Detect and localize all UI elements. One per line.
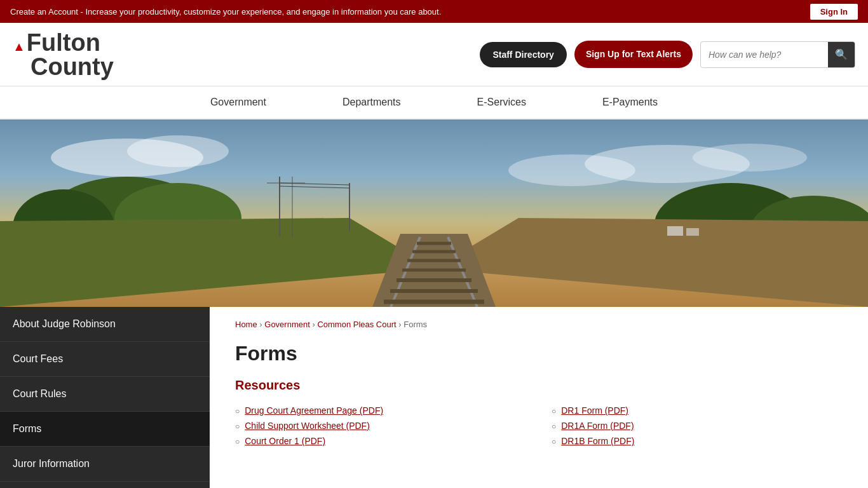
banner-text: Create an Account - Increase your produc… xyxy=(10,7,810,17)
sidebar-item-about-judge[interactable]: About Judge Robinson xyxy=(0,307,210,342)
sidebar-item-court-fees[interactable]: Court Fees xyxy=(0,342,210,377)
link-dr1b[interactable]: DR1B Form (PDF) xyxy=(561,436,634,446)
logo-icon: ▲ xyxy=(13,40,25,53)
logo-county: County xyxy=(31,55,114,79)
link-dr1a[interactable]: DR1A Form (PDF) xyxy=(561,421,634,431)
sidebar-item-court-rules[interactable]: Court Rules xyxy=(0,377,210,412)
logo-fulton: ▲Fulton xyxy=(13,30,114,55)
hero-svg xyxy=(0,119,868,307)
main-content: Home › Government › Common Pleas Court ›… xyxy=(210,307,868,488)
breadcrumb-government[interactable]: Government xyxy=(264,320,310,329)
breadcrumb-current: Forms xyxy=(403,320,427,329)
header-nav: Staff Directory Sign Up for Text Alerts … xyxy=(140,41,855,67)
text-alerts-button[interactable]: Sign Up for Text Alerts xyxy=(574,41,693,67)
svg-rect-29 xyxy=(667,226,683,236)
staff-directory-button[interactable]: Staff Directory xyxy=(480,42,566,67)
list-item: DR1A Form (PDF) xyxy=(552,418,843,433)
search-input[interactable] xyxy=(701,44,828,65)
nav-item-government[interactable]: Government xyxy=(172,86,304,118)
breadcrumb: Home › Government › Common Pleas Court ›… xyxy=(235,320,843,329)
logo-area: ▲Fulton County xyxy=(13,30,140,79)
breadcrumb-common-pleas[interactable]: Common Pleas Court xyxy=(317,320,396,329)
search-bar: 🔍 xyxy=(700,41,855,68)
nav-item-departments[interactable]: Departments xyxy=(304,86,439,118)
sidebar-item-juror-info[interactable]: Juror Information xyxy=(0,447,210,482)
hero-image xyxy=(0,119,868,307)
list-item: DR1B Form (PDF) xyxy=(552,433,843,449)
left-resource-list: Drug Court Agreement Page (PDF) Child Su… xyxy=(235,403,526,449)
top-banner: Create an Account - Increase your produc… xyxy=(0,0,868,23)
header: ▲Fulton County Staff Directory Sign Up f… xyxy=(0,23,868,86)
link-child-support[interactable]: Child Support Worksheet (PDF) xyxy=(245,421,370,431)
list-item: DR1 Form (PDF) xyxy=(552,403,843,418)
svg-point-5 xyxy=(693,144,807,172)
list-item: Court Order 1 (PDF) xyxy=(235,433,526,449)
resources-section-title: Resources xyxy=(235,378,843,393)
sidebar: About Judge Robinson Court Fees Court Ru… xyxy=(0,307,210,488)
list-item: Child Support Worksheet (PDF) xyxy=(235,418,526,433)
search-button[interactable]: 🔍 xyxy=(828,41,855,68)
logo[interactable]: ▲Fulton County xyxy=(13,30,114,79)
right-resource-list: DR1 Form (PDF) DR1A Form (PDF) DR1B Form… xyxy=(552,403,843,449)
nav-item-eservices[interactable]: E-Services xyxy=(439,86,564,118)
nav-item-epayments[interactable]: E-Payments xyxy=(564,86,696,118)
svg-rect-30 xyxy=(686,228,699,236)
sign-in-button[interactable]: Sign In xyxy=(810,4,858,20)
link-dr1[interactable]: DR1 Form (PDF) xyxy=(561,405,628,416)
link-court-order[interactable]: Court Order 1 (PDF) xyxy=(245,436,325,446)
svg-point-2 xyxy=(127,135,229,167)
list-item: Drug Court Agreement Page (PDF) xyxy=(235,403,526,418)
breadcrumb-home[interactable]: Home xyxy=(235,320,257,329)
link-drug-court[interactable]: Drug Court Agreement Page (PDF) xyxy=(245,405,383,416)
sidebar-item-forms[interactable]: Forms xyxy=(0,412,210,447)
search-icon: 🔍 xyxy=(835,48,848,60)
resources-grid: Drug Court Agreement Page (PDF) Child Su… xyxy=(235,403,843,449)
content-wrapper: About Judge Robinson Court Fees Court Ru… xyxy=(0,307,868,488)
page-title: Forms xyxy=(235,342,843,365)
main-nav: Government Departments E-Services E-Paym… xyxy=(0,86,868,119)
